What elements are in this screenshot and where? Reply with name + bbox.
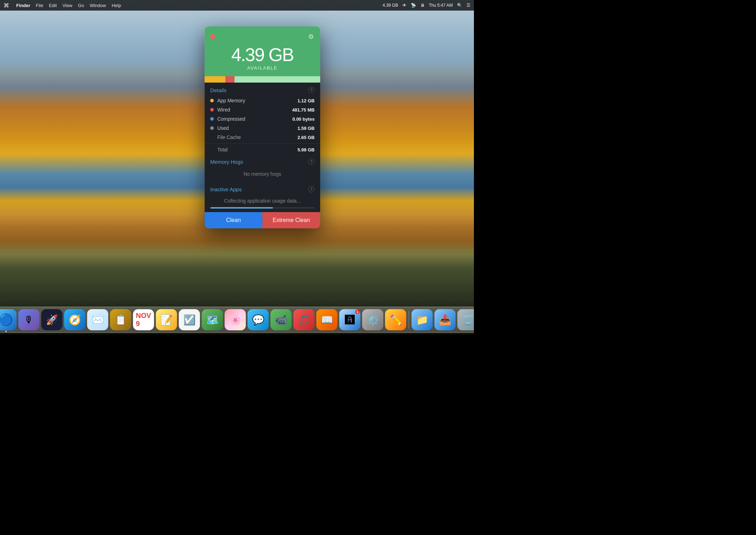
mail-icon: ✉️ xyxy=(92,314,104,326)
clean-button[interactable]: Clean xyxy=(205,212,262,228)
photos-icon: 🌸 xyxy=(229,314,242,326)
extreme-clean-button[interactable]: Extreme Clean xyxy=(262,212,320,228)
notefile-icon: 📋 xyxy=(115,314,127,326)
collecting-message: Collecting application usage data... xyxy=(205,195,320,207)
safari-icon: 🧭 xyxy=(69,314,81,326)
app-memory-row: App Memory 1.12 GB xyxy=(205,96,320,105)
wired-memory-bar-segment xyxy=(225,76,234,83)
dock-item-appstore[interactable]: 🅰 1 xyxy=(339,309,360,330)
dock-item-sketch[interactable]: ✏️ xyxy=(385,309,406,330)
downloads-icon: 📥 xyxy=(439,314,451,326)
inactive-apps-help-button[interactable]: ? xyxy=(308,186,315,192)
dock-item-facetime[interactable]: 📹 xyxy=(270,309,292,330)
memory-amount: 4.39 GB xyxy=(210,46,315,64)
sketch-icon: ✏️ xyxy=(390,314,402,326)
dock-item-rocket[interactable]: 🚀 xyxy=(41,309,62,330)
dock-item-photos[interactable]: 🌸 xyxy=(225,309,246,330)
wired-value: 481.75 MB xyxy=(292,107,315,113)
used-value: 1.59 GB xyxy=(298,126,315,131)
eyeball-icon: 👁 xyxy=(402,3,407,8)
messages-icon: 💬 xyxy=(252,314,264,326)
compressed-value: 0.00 bytes xyxy=(292,116,315,122)
books-icon: 📖 xyxy=(321,314,333,326)
dock-item-reminders[interactable]: ☑️ xyxy=(179,309,200,330)
collecting-progress-fill xyxy=(210,207,273,209)
finder-icon: 🔵 xyxy=(0,313,13,326)
dock-item-books[interactable]: 📖 xyxy=(316,309,337,330)
dock-item-messages[interactable]: 💬 xyxy=(248,309,269,330)
menubar: ⌘ Finder File Edit View Go Window Help 4… xyxy=(0,0,474,11)
dock-item-music[interactable]: 🎵 xyxy=(293,309,315,330)
dock-item-maps[interactable]: 🗺️ xyxy=(202,309,223,330)
details-help-button[interactable]: ? xyxy=(308,87,315,93)
window-menu[interactable]: Window xyxy=(90,3,106,8)
app-memory-dot xyxy=(210,99,214,102)
dock-item-safari[interactable]: 🧭 xyxy=(64,309,85,330)
popup-body: Details ? App Memory 1.12 GB Wired 481.7… xyxy=(205,83,320,228)
search-icon[interactable]: 🔍 xyxy=(457,3,462,8)
airplay-icon: 📡 xyxy=(411,3,416,8)
dock-item-finder[interactable]: 🔵 xyxy=(0,309,17,330)
inactive-apps-header: Inactive Apps ? xyxy=(205,182,320,195)
app-memory-value: 1.12 GB xyxy=(298,98,315,103)
siri-icon: 🎙 xyxy=(24,314,34,326)
folder-icon: 📁 xyxy=(416,314,428,326)
dock-item-siri[interactable]: 🎙 xyxy=(18,309,39,330)
compressed-label: Compressed xyxy=(217,116,292,122)
free-memory-bar-segment xyxy=(234,76,320,83)
apple-menu-icon[interactable]: ⌘ xyxy=(4,2,9,9)
view-menu[interactable]: View xyxy=(62,3,72,8)
no-memory-hogs-message: No memory hogs xyxy=(205,168,320,182)
trash-icon: 🗑️ xyxy=(462,314,474,326)
reminders-icon: ☑️ xyxy=(183,314,196,326)
dock-item-notes[interactable]: 📝 xyxy=(156,309,177,330)
used-label: Used xyxy=(217,125,298,131)
total-row: Total 5.98 GB xyxy=(205,145,320,154)
music-icon: 🎵 xyxy=(298,314,310,326)
memory-hogs-title: Memory Hogs xyxy=(210,159,243,165)
dock-item-mail[interactable]: ✉️ xyxy=(87,309,108,330)
dock-separator xyxy=(409,311,409,329)
dock-item-folder[interactable]: 📁 xyxy=(411,309,433,330)
maps-icon: 🗺️ xyxy=(206,314,219,326)
help-menu[interactable]: Help xyxy=(112,3,121,8)
compressed-dot xyxy=(210,117,214,121)
app-memory-label: App Memory xyxy=(217,98,298,103)
total-value: 5.98 GB xyxy=(298,147,315,152)
close-button[interactable] xyxy=(210,34,215,39)
edit-menu[interactable]: Edit xyxy=(49,3,57,8)
control-center-icon[interactable]: ☰ xyxy=(467,3,470,8)
facetime-icon: 📹 xyxy=(275,314,287,326)
popup-header: ⚙ 4.39 GB AVAILABLE xyxy=(205,26,320,76)
used-row: Used 1.59 GB xyxy=(205,124,320,133)
menubar-time: Thu 5:47 AM xyxy=(429,3,453,8)
memory-hogs-help-button[interactable]: ? xyxy=(308,158,315,165)
inactive-apps-title: Inactive Apps xyxy=(210,186,242,192)
details-title: Details xyxy=(210,87,226,93)
dock-item-trash[interactable]: 🗑️ xyxy=(457,309,474,330)
file-cache-row: File Cache 2.65 GB xyxy=(205,133,320,142)
used-dot xyxy=(210,126,214,130)
dock: 🔵 🎙 🚀 🧭 ✉️ 📋 NOV9 📝 ☑️ 🗺️ 🌸 💬 📹 🎵 📖 xyxy=(0,307,474,333)
menubar-memory-usage: 4.39 GB xyxy=(383,3,398,8)
dock-item-calendar[interactable]: NOV9 xyxy=(133,309,154,330)
action-buttons: Clean Extreme Clean xyxy=(205,212,320,228)
dock-item-system-preferences[interactable]: ⚙️ xyxy=(362,309,383,330)
detail-divider xyxy=(205,143,320,144)
dock-item-notefile[interactable]: 📋 xyxy=(110,309,131,330)
compressed-row: Compressed 0.00 bytes xyxy=(205,114,320,124)
calendar-icon: NOV9 xyxy=(136,312,151,328)
notes-icon: 📝 xyxy=(160,314,173,326)
dock-item-downloads[interactable]: 📥 xyxy=(434,309,456,330)
file-menu[interactable]: File xyxy=(36,3,43,8)
file-cache-value: 2.65 GB xyxy=(298,135,315,140)
collecting-progress-bar xyxy=(210,207,315,209)
memory-clean-popup: ⚙ 4.39 GB AVAILABLE Details ? App Memory… xyxy=(205,26,320,228)
details-section-header: Details ? xyxy=(205,83,320,96)
settings-button[interactable]: ⚙ xyxy=(307,32,315,41)
go-menu[interactable]: Go xyxy=(78,3,84,8)
file-cache-label: File Cache xyxy=(217,134,298,140)
rocket-icon: 🚀 xyxy=(46,314,58,326)
finder-menu-label[interactable]: Finder xyxy=(16,3,30,8)
total-label: Total xyxy=(217,147,298,152)
